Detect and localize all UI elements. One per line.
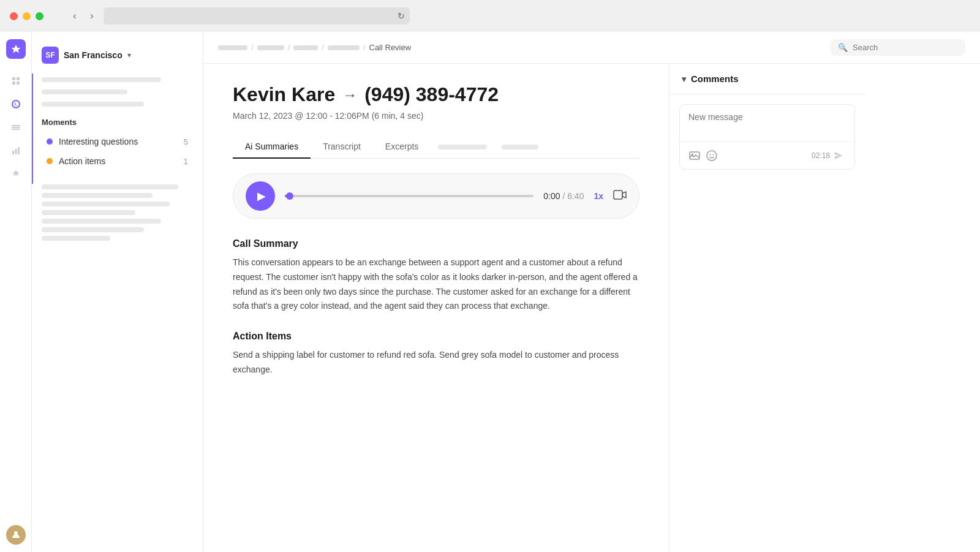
svg-rect-9 [18, 147, 20, 154]
time-display: 0:00 / 6:40 [543, 191, 584, 201]
search-input[interactable] [853, 43, 958, 52]
svg-rect-4 [12, 125, 20, 126]
progress-thumb [286, 192, 293, 200]
svg-rect-6 [12, 129, 20, 130]
svg-rect-5 [12, 127, 20, 128]
comments-body: 02:18 [669, 94, 865, 552]
checkbox-nav-icon[interactable] [6, 71, 26, 91]
main-content: / / / / Call Review 🔍 [203, 32, 980, 552]
svg-rect-1 [17, 77, 20, 80]
tab-placeholder-2 [502, 145, 538, 149]
star-nav-icon[interactable] [6, 164, 26, 184]
message-input-area: 02:18 [679, 104, 855, 170]
breadcrumb: / / / / Call Review [218, 43, 411, 52]
reload-button[interactable]: ↻ [398, 11, 405, 21]
skeleton-line-8 [42, 219, 161, 224]
skeleton-line-2 [42, 89, 127, 94]
nav-forward-button[interactable]: › [85, 9, 99, 23]
search-icon: 🔍 [838, 43, 848, 52]
app-container: SF San Francisco ▾ Moments Interesting q… [0, 32, 980, 552]
action-items-count: 1 [184, 157, 188, 166]
traffic-light-red[interactable] [10, 12, 18, 20]
tab-excerpts[interactable]: Excerpts [373, 135, 431, 159]
action-items-text: Send a shipping label for customer to re… [233, 348, 639, 377]
workspace-name: San Francisco [64, 50, 123, 60]
play-button[interactable]: ▶ [246, 181, 275, 211]
svg-rect-11 [614, 191, 622, 199]
svg-rect-7 [12, 151, 14, 154]
send-button[interactable] [830, 147, 847, 164]
breadcrumb-item-4 [328, 43, 360, 52]
skeleton-line-4 [42, 184, 178, 189]
svg-rect-2 [12, 81, 15, 85]
skeleton-line-9 [42, 227, 144, 232]
search-bar[interactable]: 🔍 [831, 39, 965, 56]
call-number: (949) 389-4772 [364, 83, 499, 106]
call-title: Kevin Kare → (949) 389-4772 [233, 83, 639, 106]
progress-fill [285, 195, 290, 197]
breadcrumb-active: Call Review [369, 43, 412, 52]
tabs-container: Ai Summaries Transcript Excerpts [233, 135, 639, 159]
tab-ai-summaries[interactable]: Ai Summaries [233, 135, 311, 159]
action-items-label: Action items [59, 156, 105, 166]
url-bar[interactable]: ↻ [104, 7, 410, 25]
history-nav-icon[interactable] [6, 94, 26, 114]
comments-title: Comments [691, 74, 739, 84]
sidebar-header: SF San Francisco ▾ [32, 42, 203, 74]
app-logo [6, 39, 26, 59]
interesting-questions-count: 5 [184, 137, 188, 146]
call-summary-text: This conversation appears to be an excha… [233, 255, 639, 314]
interesting-questions-dot [47, 138, 53, 145]
breadcrumb-sep-2: / [288, 43, 290, 52]
breadcrumb-item-3 [293, 43, 318, 52]
message-timestamp: 02:18 [812, 151, 830, 160]
video-icon[interactable] [613, 190, 627, 203]
breadcrumb-item-1 [218, 43, 247, 52]
traffic-light-green[interactable] [36, 12, 43, 20]
user-avatar[interactable] [6, 525, 26, 545]
nav-back-button[interactable]: ‹ [68, 9, 81, 23]
skeleton-line-1 [42, 77, 161, 82]
emoji-icon[interactable] [704, 148, 719, 163]
tab-placeholder-1 [438, 145, 487, 149]
comments-header: ▾ Comments [669, 64, 865, 94]
content-area: Kevin Kare → (949) 389-4772 March 12, 20… [203, 64, 669, 552]
svg-rect-0 [12, 77, 15, 80]
skeleton-line-6 [42, 202, 170, 206]
play-icon: ▶ [257, 189, 266, 203]
sidebar-item-interesting-questions[interactable]: Interesting questions 5 [37, 132, 198, 151]
svg-rect-3 [17, 81, 20, 85]
skeleton-line-10 [42, 236, 110, 241]
speed-button[interactable]: 1x [594, 191, 603, 201]
svg-point-15 [710, 154, 711, 156]
traffic-light-yellow[interactable] [23, 12, 31, 20]
left-sidebar: SF San Francisco ▾ Moments Interesting q… [32, 32, 203, 552]
audio-player: ▶ 0:00 / 6:40 1x [233, 173, 639, 219]
action-items-dot [47, 158, 53, 164]
current-time: 0:00 [543, 191, 560, 201]
message-toolbar: 02:18 [680, 142, 854, 169]
progress-bar[interactable] [285, 195, 533, 197]
chart-nav-icon[interactable] [6, 141, 26, 161]
moments-section-title: Moments [32, 110, 203, 132]
breadcrumb-sep-1: / [251, 43, 254, 52]
call-summary-title: Call Summary [233, 238, 639, 249]
svg-point-14 [707, 151, 717, 161]
caller-name: Kevin Kare [233, 83, 335, 106]
skeleton-line-3 [42, 102, 144, 107]
sidebar-item-action-items[interactable]: Action items 1 [37, 151, 198, 171]
call-subtitle: March 12, 2023 @ 12:00 - 12:06PM (6 min,… [233, 111, 639, 121]
tab-transcript[interactable]: Transcript [311, 135, 373, 159]
right-panel: ▾ Comments 0 [669, 64, 865, 552]
comments-chevron-icon: ▾ [682, 74, 686, 84]
top-bar: / / / / Call Review 🔍 [203, 32, 980, 64]
skeleton-line-7 [42, 210, 135, 215]
skeleton-line-5 [42, 193, 153, 198]
settings-nav-icon[interactable] [6, 118, 26, 137]
titlebar: ‹ › ↻ [0, 0, 980, 32]
workspace-selector[interactable]: SF San Francisco ▾ [42, 47, 131, 64]
breadcrumb-item-2 [257, 43, 284, 52]
message-input[interactable] [680, 105, 854, 139]
svg-rect-8 [15, 149, 17, 154]
image-attach-icon[interactable] [687, 148, 702, 163]
